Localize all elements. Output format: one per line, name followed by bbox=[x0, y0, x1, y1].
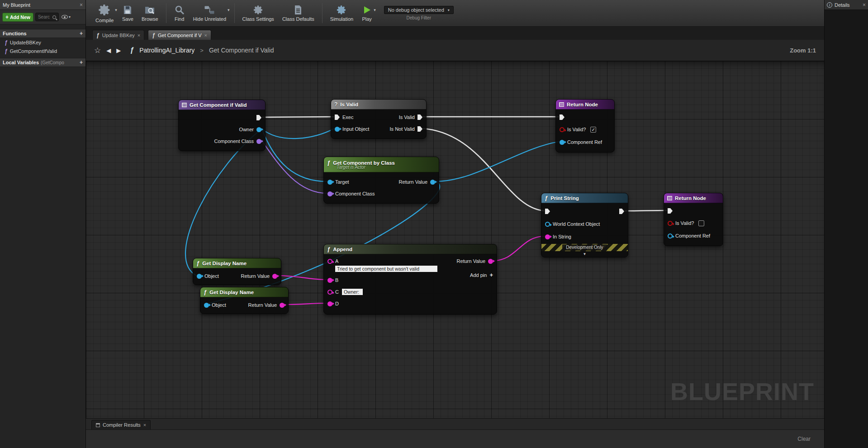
expand-advanced-pins-button[interactable]: ▼ bbox=[541, 251, 628, 257]
pin-a[interactable] bbox=[327, 259, 332, 264]
owner-pin[interactable] bbox=[256, 127, 261, 132]
play-options-dropdown-icon[interactable]: ▾ bbox=[374, 8, 376, 12]
is-valid-checkbox-unchecked[interactable] bbox=[698, 220, 704, 226]
pin-d[interactable] bbox=[327, 301, 332, 306]
wire-owner-to-inputobject[interactable] bbox=[262, 129, 334, 138]
exec-out-pin[interactable] bbox=[619, 209, 624, 214]
component-class-pin[interactable] bbox=[256, 139, 261, 144]
clear-button[interactable]: Clear bbox=[797, 436, 811, 442]
return-value-pin[interactable] bbox=[280, 303, 285, 308]
is-valid-checkbox-checked[interactable]: ✓ bbox=[590, 127, 596, 133]
exec-in-pin[interactable] bbox=[545, 209, 550, 214]
return-value-pin[interactable] bbox=[430, 180, 435, 185]
node-header[interactable]: ƒ Get Display Name bbox=[200, 287, 288, 297]
node-get-display-name-2[interactable]: ƒ Get Display Name Object Return Value bbox=[200, 287, 289, 314]
functions-section-header[interactable]: Functions + bbox=[0, 29, 85, 38]
input-object-pin[interactable] bbox=[335, 127, 340, 132]
browse-button[interactable]: Browse bbox=[138, 3, 162, 23]
my-blueprint-tab[interactable]: My Blueprint × bbox=[0, 0, 85, 10]
is-valid-exec-out-pin[interactable] bbox=[417, 114, 422, 120]
save-button[interactable]: Save bbox=[118, 3, 138, 23]
add-function-button[interactable]: + bbox=[80, 30, 83, 37]
visibility-filter-button[interactable]: ▾ bbox=[62, 15, 71, 19]
node-get-display-name-1[interactable]: ƒ Get Display Name Object Return Value bbox=[193, 258, 281, 285]
close-icon[interactable]: × bbox=[863, 2, 866, 8]
function-item-updatebbkey[interactable]: ƒ UpdateBBKey bbox=[0, 38, 85, 47]
search-box[interactable] bbox=[35, 13, 59, 21]
close-icon[interactable]: × bbox=[138, 33, 140, 38]
object-pin[interactable] bbox=[204, 303, 209, 308]
compile-button[interactable]: Compile bbox=[91, 2, 118, 24]
compile-options-dropdown-icon[interactable]: ▾ bbox=[115, 8, 117, 12]
compiler-results-tab[interactable]: Compiler Results × bbox=[91, 420, 151, 429]
world-context-object-pin[interactable] bbox=[545, 222, 550, 227]
play-button[interactable]: Play bbox=[357, 3, 376, 23]
node-get-component-if-valid-entry[interactable]: Get Component if Valid Owner Component C… bbox=[178, 100, 266, 151]
wire-displayname2-to-append-d[interactable] bbox=[285, 303, 327, 305]
component-ref-pin[interactable] bbox=[668, 234, 673, 238]
return-value-pin[interactable] bbox=[272, 274, 277, 279]
node-header[interactable]: ƒ Get Component by Class Target is Actor bbox=[324, 157, 439, 172]
wire-displayname1-to-append-b[interactable] bbox=[278, 276, 327, 280]
hide-unrelated-dropdown-icon[interactable]: ▾ bbox=[228, 8, 230, 12]
is-valid-bool-pin[interactable] bbox=[668, 221, 673, 226]
blueprint-graph-canvas[interactable]: BLUEPRINT Get Component if Valid bbox=[86, 61, 824, 418]
node-header[interactable]: ƒ Append bbox=[324, 244, 497, 254]
node-is-valid[interactable]: ? Is Valid Exec Is Valid bbox=[331, 99, 427, 139]
class-settings-button[interactable]: Class Settings bbox=[238, 3, 278, 23]
close-icon[interactable]: × bbox=[204, 33, 207, 38]
exec-out-pin[interactable] bbox=[256, 115, 261, 120]
node-header[interactable]: Get Component if Valid bbox=[179, 100, 265, 110]
find-button[interactable]: Find bbox=[170, 3, 189, 23]
back-arrow-icon[interactable]: ◀ bbox=[106, 47, 111, 54]
component-ref-pin[interactable] bbox=[560, 140, 564, 145]
node-header[interactable]: Return Node bbox=[556, 100, 614, 110]
function-item-getcomponentifvalid[interactable]: ƒ GetComponentIfValid bbox=[0, 47, 85, 55]
details-panel-header[interactable]: i Details × bbox=[825, 0, 868, 10]
local-variables-section-header[interactable]: Local Variables (GetCompo + bbox=[0, 58, 85, 67]
pin-b[interactable] bbox=[327, 278, 332, 283]
is-not-valid-exec-out-pin[interactable] bbox=[417, 126, 422, 132]
breadcrumb-page[interactable]: Get Component if Valid bbox=[209, 47, 274, 54]
favorite-star-icon[interactable]: ☆ bbox=[94, 46, 101, 55]
add-local-variable-button[interactable]: + bbox=[80, 59, 83, 66]
add-new-button[interactable]: + Add New bbox=[2, 13, 33, 22]
return-value-pin[interactable] bbox=[488, 259, 493, 264]
tab-update-bbkey[interactable]: ƒ Update BBKey × bbox=[92, 30, 144, 40]
node-header[interactable]: ƒ Get Display Name bbox=[193, 258, 281, 268]
node-header[interactable]: ? Is Valid bbox=[331, 100, 426, 110]
hide-unrelated-button[interactable]: Hide Unrelated bbox=[189, 3, 230, 23]
close-icon[interactable]: × bbox=[80, 2, 83, 8]
exec-in-pin[interactable] bbox=[560, 114, 564, 120]
pin-label: World Context Object bbox=[553, 221, 600, 227]
node-append[interactable]: ƒ Append A B C bbox=[323, 244, 497, 315]
debug-object-select[interactable]: No debug object selected ▾ bbox=[384, 6, 454, 14]
is-valid-bool-pin[interactable] bbox=[560, 127, 564, 132]
node-header[interactable]: ƒ Print String bbox=[541, 193, 628, 203]
tab-get-component-if-valid[interactable]: ƒ Get Component if V × bbox=[148, 30, 211, 40]
node-header[interactable]: Return Node bbox=[664, 193, 723, 203]
exec-in-pin[interactable] bbox=[668, 208, 673, 214]
forward-arrow-icon[interactable]: ▶ bbox=[116, 47, 121, 54]
wire-append-to-instring[interactable] bbox=[493, 236, 545, 261]
simulation-button[interactable]: Simulation bbox=[326, 3, 357, 23]
node-return-top[interactable]: Return Node Is Valid? ✓ Component Ref bbox=[555, 99, 615, 153]
object-pin[interactable] bbox=[197, 274, 202, 279]
target-pin[interactable] bbox=[327, 180, 332, 185]
search-input[interactable] bbox=[37, 14, 52, 20]
breadcrumb-library[interactable]: PatrollingAI_Library bbox=[139, 47, 194, 54]
component-class-pin[interactable] bbox=[327, 191, 332, 196]
node-return-bottom[interactable]: Return Node Is Valid? Component Ref bbox=[664, 193, 723, 246]
class-defaults-button[interactable]: Class Defaults bbox=[278, 3, 318, 23]
wire-exec-entry-to-isvalid[interactable] bbox=[262, 117, 334, 117]
wire-exec-printstring-to-return[interactable] bbox=[625, 210, 667, 211]
node-get-component-by-class[interactable]: ƒ Get Component by Class Target is Actor… bbox=[323, 157, 439, 204]
append-c-value-field[interactable] bbox=[342, 288, 363, 295]
add-pin-button[interactable]: Add pin + bbox=[470, 272, 493, 278]
in-string-pin[interactable] bbox=[545, 234, 550, 239]
close-icon[interactable]: × bbox=[143, 422, 146, 428]
pin-c[interactable] bbox=[327, 290, 332, 295]
exec-in-pin[interactable] bbox=[335, 114, 340, 120]
append-a-value-field[interactable] bbox=[335, 265, 438, 272]
node-print-string[interactable]: ƒ Print String World Context Object In S… bbox=[541, 193, 628, 257]
